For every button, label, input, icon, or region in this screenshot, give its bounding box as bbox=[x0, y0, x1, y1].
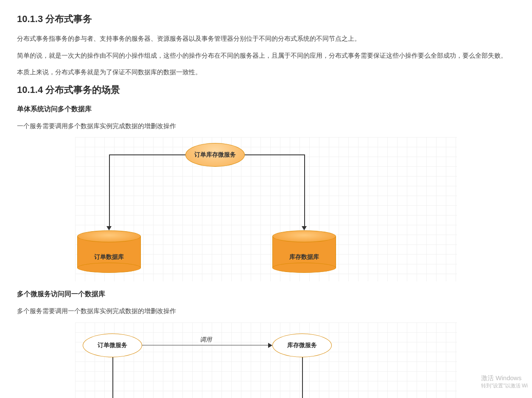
windows-activation-watermark: 激活 Windows 转到"设置"以激活 Wi bbox=[481, 373, 528, 390]
subsection-heading: 单体系统访问多个数据库 bbox=[17, 105, 515, 114]
paragraph: 分布式事务指事务的参与者、支持事务的服务器、资源服务器以及事务管理器分别位于不同… bbox=[17, 33, 515, 44]
paragraph: 简单的说，就是一次大的操作由不同的小操作组成，这些小的操作分布在不同的服务器上，… bbox=[17, 50, 515, 61]
watermark-subtitle: 转到"设置"以激活 Wi bbox=[481, 382, 528, 390]
edge-label: 调用 bbox=[198, 336, 213, 344]
connector-line bbox=[304, 154, 305, 227]
connector-line bbox=[112, 357, 113, 398]
watermark-title: 激活 Windows bbox=[481, 373, 528, 382]
arrowhead-icon bbox=[106, 226, 112, 230]
node-label: 订单微服务 bbox=[98, 342, 127, 349]
node-label: 库存微服务 bbox=[287, 342, 317, 349]
node-order-service: 订单微服务 bbox=[83, 334, 142, 357]
section-heading-10-1-3: 10.1.3 分布式事务 bbox=[17, 13, 515, 25]
subsection-heading: 多个微服务访问同一个数据库 bbox=[17, 290, 515, 299]
arrowhead-icon bbox=[302, 226, 307, 230]
diagram-single-system-multi-db: 订单库存微服务 订单数据库 库存数据库 bbox=[75, 137, 457, 281]
paragraph: 本质上来说，分布式事务就是为了保证不同数据库的数据一致性。 bbox=[17, 67, 515, 78]
arrowhead-icon bbox=[268, 343, 272, 348]
connector-line bbox=[109, 154, 185, 155]
node-inventory-database: 库存数据库 bbox=[272, 230, 336, 273]
diagram-multi-service-single-db: 订单微服务 库存微服务 调用 bbox=[75, 322, 457, 398]
connector-line bbox=[142, 345, 269, 346]
node-label: 订单库存微服务 bbox=[194, 151, 236, 159]
node-order-inventory-service: 订单库存微服务 bbox=[185, 143, 245, 167]
node-order-database: 订单数据库 bbox=[77, 230, 141, 273]
connector-line bbox=[109, 154, 110, 227]
node-label: 订单数据库 bbox=[77, 253, 141, 261]
paragraph: 多个服务需要调用一个数据库实例完成数据的增删改操作 bbox=[17, 306, 515, 317]
node-label: 库存数据库 bbox=[272, 253, 336, 261]
connector-line bbox=[245, 154, 304, 155]
node-inventory-service: 库存微服务 bbox=[272, 334, 332, 357]
section-heading-10-1-4: 10.1.4 分布式事务的场景 bbox=[17, 84, 515, 96]
paragraph: 一个服务需要调用多个数据库实例完成数据的增删改操作 bbox=[17, 121, 515, 132]
connector-line bbox=[302, 357, 303, 398]
